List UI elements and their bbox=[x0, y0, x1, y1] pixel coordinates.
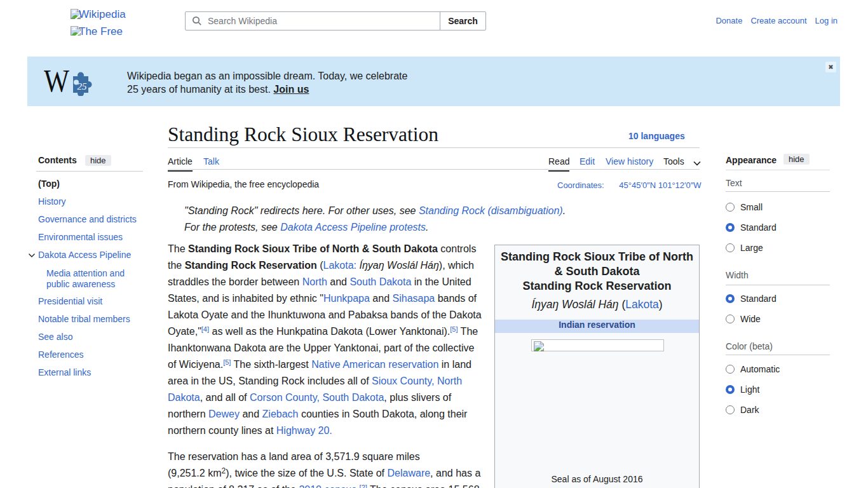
svg-text:25: 25 bbox=[78, 81, 88, 92]
